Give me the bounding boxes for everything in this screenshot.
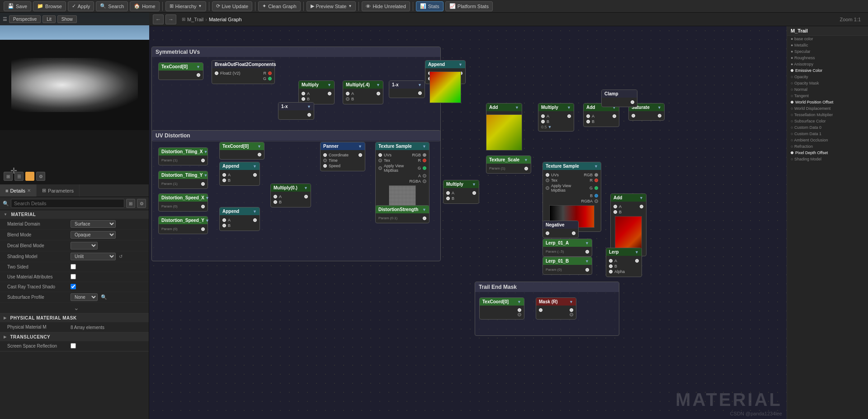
browse-button[interactable]: 📁 Browse [33, 1, 66, 11]
save-button[interactable]: 💾 Save [4, 1, 31, 11]
dropdown-icon-13[interactable]: ▼ [204, 173, 208, 178]
grid-view-btn[interactable]: ⊞ [126, 199, 135, 208]
node-multiply-0[interactable]: Multiply(0.) ▼ A B [270, 184, 311, 207]
node-texcoord-0[interactable]: TexCoord[0] ▼ [158, 62, 203, 80]
apply-button[interactable]: ✓ Apply [68, 1, 94, 11]
tab-details[interactable]: ≡ Details ✕ [0, 184, 37, 197]
dropdown-icon-7[interactable]: ▼ [515, 105, 519, 110]
dropdown-icon-14[interactable]: ▼ [205, 196, 209, 200]
search-details-input[interactable] [11, 199, 124, 208]
node-multiply-1[interactable]: Multiply ▼ A B [298, 80, 335, 104]
dropdown-icon-25[interactable]: ▼ [585, 241, 589, 245]
material-domain-select[interactable]: Surface [71, 220, 116, 228]
dropdown-icon-26[interactable]: ▼ [585, 259, 589, 264]
screen-space-checkbox[interactable] [71, 343, 76, 348]
node-multiply-uvdist[interactable]: Multiply ▼ A B [443, 180, 479, 204]
node-lerp-01-a[interactable]: Lerp_01_A ▼ Param (-.5) [542, 239, 592, 257]
toggle-btn[interactable]: ☰ [14, 172, 24, 181]
node-lerp[interactable]: Lerp ▼ A B Alpha [606, 248, 642, 277]
close-details-tab[interactable]: ✕ [27, 188, 31, 193]
grid-btn[interactable]: ⊞ [4, 172, 13, 181]
node-panner[interactable]: Panner ▼ Coordinate Time Speed [320, 142, 365, 171]
decal-blend-select[interactable] [71, 242, 98, 250]
search-button[interactable]: 🔍 Search [96, 1, 128, 11]
blend-mode-select[interactable]: Opaque [71, 231, 116, 239]
physical-mask-header[interactable]: ▶ PHYSICAL MATERIAL MASK [0, 314, 149, 322]
material-section-header[interactable]: ▼ MATERIAL [0, 210, 149, 219]
dropdown-icon-5[interactable]: ▼ [307, 104, 311, 109]
node-clamp[interactable]: Clamp [601, 89, 637, 107]
node-texcoord-mask[interactable]: TexCoord[0] ▼ [479, 297, 524, 320]
cast-ray-checkbox[interactable] [71, 284, 76, 289]
node-texture-scale[interactable]: Texture_Scale ▼ Param (1) [486, 155, 531, 174]
hide-unrelated-button[interactable]: 👁 Hide Unrelated [362, 1, 410, 11]
clean-graph-button[interactable]: ✦ Clean Graph [258, 1, 300, 11]
use-mat-attrs-checkbox[interactable] [71, 274, 76, 279]
hamburger-icon[interactable]: ☰ [3, 16, 7, 22]
live-update-button[interactable]: ⟳ Live Update [212, 1, 253, 11]
tab-parameters[interactable]: ⊞ Parameters [37, 184, 80, 197]
dropdown-icon-24[interactable]: ▼ [594, 164, 598, 169]
dropdown-icon-29[interactable]: ▼ [517, 300, 521, 304]
dropdown-icon[interactable]: ▼ [196, 65, 200, 69]
settings-btn[interactable]: ⚙ [36, 172, 45, 181]
back-button[interactable]: ← [153, 14, 164, 24]
platform-stats-button[interactable]: 📈 Platform Stats [445, 1, 493, 11]
node-dist-tiling-y[interactable]: Distortion_Tiling_Y ▼ Param (1) [158, 171, 208, 189]
dropdown-icon-17[interactable]: ▼ [253, 164, 257, 169]
node-texcoord-uv[interactable]: TexCoord[0] ▼ [219, 142, 264, 160]
show-tab[interactable]: Show [57, 15, 77, 23]
node-breakout[interactable]: BreakOutFloat2Components Float2 (V2) R G [212, 60, 275, 84]
node-one-minus-x[interactable]: 1-x ▼ [389, 80, 425, 98]
lit-tab[interactable]: Lit [42, 15, 56, 23]
search-subsurface-icon[interactable]: 🔍 [101, 294, 107, 300]
settings-details-btn[interactable]: ⚙ [137, 199, 146, 208]
preview-state-button[interactable]: ▶ Preview State ▼ [307, 1, 356, 11]
node-multiply-2[interactable]: Multiply ▼ A B 0.5 ▼ [538, 103, 574, 132]
dropdown-icon-20[interactable]: ▼ [358, 144, 362, 149]
two-sided-checkbox[interactable] [71, 264, 76, 269]
node-append-uv-1[interactable]: Append ▼ A B [219, 162, 260, 186]
node-one-minus-x-2[interactable]: 1-x ▼ [278, 102, 314, 120]
dropdown-icon-22[interactable]: ▼ [422, 207, 426, 212]
node-multiply-4[interactable]: Multiply(.4) ▼ A B [343, 80, 383, 104]
node-dist-speed-y[interactable]: Distortion_Speed_Y ▼ Param (0) [158, 216, 208, 234]
dropdown-icon-11[interactable]: ▼ [524, 158, 528, 162]
node-mask-r[interactable]: Mask (R) ▼ [536, 297, 576, 320]
dropdown-icon-4[interactable]: ▼ [418, 83, 422, 87]
dropdown-icon-27[interactable]: ▼ [639, 196, 643, 200]
dropdown-icon-3[interactable]: ▼ [376, 83, 380, 87]
node-dist-strength[interactable]: DistortionStrength ▼ Param (0.1) [375, 205, 429, 223]
dropdown-icon-28[interactable]: ▼ [635, 250, 639, 254]
node-lerp-01-b[interactable]: Lerp_01_B ▼ Param (0) [542, 257, 592, 275]
dropdown-icon-2[interactable]: ▼ [327, 83, 331, 87]
translucency-header[interactable]: ▶ TRANSLUCENCY [0, 333, 149, 341]
subsurface-select[interactable]: None [71, 293, 98, 301]
dropdown-icon-23[interactable]: ▼ [472, 182, 476, 187]
node-negative[interactable]: Negative [542, 221, 579, 238]
dropdown-icon-15[interactable]: ▼ [205, 218, 209, 223]
dropdown-icon-18[interactable]: ▼ [253, 209, 257, 214]
dropdown-icon-6[interactable]: ▼ [458, 62, 462, 67]
home-button[interactable]: 🏠 Home [130, 1, 159, 11]
reset-shading-btn[interactable]: ↺ [119, 254, 123, 259]
dropdown-icon-21[interactable]: ▼ [422, 144, 426, 149]
node-append-uv-2[interactable]: Append ▼ A B [219, 207, 260, 231]
node-add-right[interactable]: Add ▼ A B [610, 193, 646, 256]
dropdown-icon-12[interactable]: ▼ [204, 150, 208, 154]
dropdown-icon-8[interactable]: ▼ [567, 105, 571, 110]
node-dist-speed-x[interactable]: Distortion_Speed_X ▼ Param (0) [158, 193, 208, 212]
dropdown-icon-30[interactable]: ▼ [569, 300, 573, 304]
hierarchy-button[interactable]: ⊞ Hierarchy ▼ [165, 1, 206, 11]
node-dist-tiling-x[interactable]: Distortion_Tiling_X ▼ Param (1) [158, 147, 208, 165]
shading-model-select[interactable]: Unlit [71, 253, 116, 260]
color-btn[interactable] [25, 172, 34, 181]
perspective-tab[interactable]: Perspective [9, 15, 41, 23]
graph-area[interactable]: Symmetrical UVs UV Distortion TexCoord[0… [149, 26, 868, 419]
dropdown-icon-16[interactable]: ▼ [257, 144, 261, 149]
dropdown-icon-10[interactable]: ▼ [657, 105, 661, 110]
expand-more-icon[interactable]: ⌄ [74, 304, 79, 311]
dropdown-icon-19[interactable]: ▼ [304, 186, 308, 190]
forward-button[interactable]: → [165, 14, 176, 24]
stats-button[interactable]: 📊 Stats [416, 1, 443, 11]
